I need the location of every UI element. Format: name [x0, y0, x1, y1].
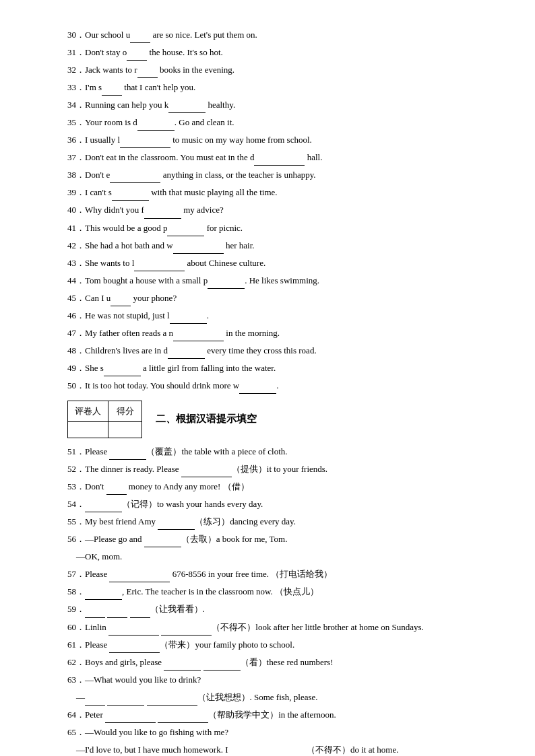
- item-59: 59． （让我看看）.: [67, 601, 481, 617]
- items-51-67: 51．Please （覆盖）the table with a piece of …: [67, 444, 481, 756]
- blank-63b[interactable]: [107, 696, 144, 706]
- item-47: 47．My father often reads a n in the morn…: [67, 325, 481, 341]
- item-58: 58．, Eric. The teacher is in the classro…: [67, 584, 481, 600]
- blank-45[interactable]: [111, 297, 131, 306]
- blank-34[interactable]: [168, 104, 206, 113]
- blank-42[interactable]: [173, 244, 224, 254]
- blank-57[interactable]: [109, 573, 170, 582]
- item-55: 55．My best friend Amy （练习）dancing every …: [67, 514, 481, 530]
- blank-56[interactable]: [144, 538, 181, 547]
- section2-header: 评卷人 得分 二、根据汉语提示填空: [67, 401, 481, 438]
- item-33-text: 33．I'm s that I can't help you.: [67, 82, 195, 92]
- blank-59a[interactable]: [85, 609, 105, 618]
- blank-62a[interactable]: [164, 661, 201, 671]
- blank-31[interactable]: [127, 51, 147, 61]
- item-30-text: 30．Our school u are so nice. Let's put t…: [67, 30, 257, 40]
- blank-59c[interactable]: [130, 609, 150, 618]
- blank-55[interactable]: [158, 520, 195, 530]
- blank-39[interactable]: [112, 191, 149, 201]
- score-table-col1: 评卷人: [68, 401, 108, 421]
- blank-62b[interactable]: [203, 661, 241, 671]
- item-65b: —I'd love to, but I have much homework. …: [67, 742, 481, 756]
- item-48-text: 48．Children's lives are in d every time …: [67, 345, 317, 355]
- item-63: 63．—What would you like to drink?: [67, 672, 481, 688]
- item-49-text: 49．She s a little girl from falling into…: [67, 363, 276, 373]
- item-46: 46．He was not stupid, just l.: [67, 308, 481, 324]
- item-36-text: 36．I usually l to music on my way home f…: [67, 135, 312, 145]
- blank-60b[interactable]: [161, 626, 212, 635]
- blank-35[interactable]: [137, 121, 175, 131]
- item-37: 37．Don't eat in the classroom. You must …: [67, 149, 481, 166]
- item-64: 64．Peter （帮助我学中文）in the afternoon.: [67, 707, 481, 723]
- blank-65a[interactable]: [230, 749, 268, 756]
- blank-53[interactable]: [106, 485, 127, 495]
- item-42-text: 42．She had a hot bath and w her hair.: [67, 240, 255, 250]
- item-50: 50．It is too hot today. You should drink…: [67, 378, 481, 394]
- item-51: 51．Please （覆盖）the table with a piece of …: [67, 444, 481, 460]
- item-41-text: 41．This would be a good p for picnic.: [67, 223, 243, 233]
- item-56b: —OK, mom.: [67, 549, 481, 565]
- blank-54[interactable]: [85, 503, 122, 512]
- blank-49[interactable]: [104, 367, 141, 376]
- blank-30[interactable]: [130, 34, 150, 43]
- item-46-text: 46．He was not stupid, just l.: [67, 310, 209, 320]
- blank-58[interactable]: [85, 590, 122, 600]
- item-38: 38．Don't e anything in class, or the tea…: [67, 167, 481, 183]
- blank-51[interactable]: [109, 450, 146, 460]
- score-table-col2: 得分: [108, 401, 142, 421]
- item-34-text: 34．Running can help you k healthy.: [67, 100, 235, 110]
- blank-50[interactable]: [239, 384, 276, 394]
- blank-36[interactable]: [120, 139, 170, 148]
- item-32-text: 32．Jack wants to r books in the evening.: [67, 65, 234, 75]
- item-62: 62．Boys and girls, please （看）these red n…: [67, 654, 481, 671]
- blank-64a[interactable]: [105, 714, 156, 723]
- blank-44[interactable]: [208, 279, 245, 289]
- item-31: 31．Don't stay o the house. It's so hot.: [67, 44, 481, 61]
- item-43: 43．She wants to l about Chinese culture.: [67, 255, 481, 271]
- item-31-text: 31．Don't stay o the house. It's so hot.: [67, 47, 223, 57]
- item-45-text: 45．Can I u your phone?: [67, 293, 177, 303]
- item-39-text: 39．I can't s with that music playing all…: [67, 187, 278, 197]
- score-table-cell2[interactable]: [108, 422, 142, 438]
- item-39: 39．I can't s with that music playing all…: [67, 184, 481, 201]
- blank-64b[interactable]: [158, 714, 208, 723]
- item-43-text: 43．She wants to l about Chinese culture.: [67, 258, 265, 268]
- item-33: 33．I'm s that I can't help you.: [67, 79, 481, 96]
- item-34: 34．Running can help you k healthy.: [67, 97, 481, 113]
- blank-32[interactable]: [137, 69, 158, 78]
- item-42: 42．She had a hot bath and w her hair.: [67, 238, 481, 254]
- blank-61[interactable]: [109, 644, 160, 653]
- blank-65b[interactable]: [270, 749, 307, 756]
- blank-46[interactable]: [170, 314, 207, 324]
- blank-48[interactable]: [168, 349, 205, 359]
- item-38-text: 38．Don't e anything in class, or the tea…: [67, 170, 316, 180]
- blank-60a[interactable]: [108, 626, 159, 635]
- blank-41[interactable]: [167, 227, 204, 236]
- item-41: 41．This would be a good p for picnic.: [67, 220, 481, 236]
- item-44: 44．Tom bought a house with a small p. He…: [67, 273, 481, 289]
- blank-63a[interactable]: [85, 696, 105, 706]
- blank-40[interactable]: [144, 209, 181, 219]
- item-57: 57．Please 676-8556 in your free time. （打…: [67, 566, 481, 582]
- item-60: 60．Linlin （不得不）look after her little bro…: [67, 619, 481, 635]
- blank-37[interactable]: [254, 156, 305, 166]
- blank-43[interactable]: [134, 262, 185, 271]
- score-table: 评卷人 得分: [67, 401, 142, 438]
- blank-33[interactable]: [102, 86, 122, 96]
- item-53: 53．Don't money to Andy any more! （借）: [67, 479, 481, 495]
- item-52: 52．The dinner is ready. Please （提供）it to…: [67, 461, 481, 477]
- item-40-text: 40．Why didn't you f my advice?: [67, 205, 224, 215]
- item-65: 65．—Would you like to go fishing with me…: [67, 724, 481, 741]
- exercise-section: 30．Our school u are so nice. Let's put t…: [67, 27, 481, 756]
- blank-38[interactable]: [110, 174, 160, 183]
- blank-47[interactable]: [173, 332, 224, 341]
- item-37-text: 37．Don't eat in the classroom. You must …: [67, 152, 322, 162]
- blank-52[interactable]: [181, 468, 232, 477]
- item-56: 56．—Please go and （去取）a book for me, Tom…: [67, 531, 481, 547]
- item-35-text: 35．Your room is d. Go and clean it.: [67, 117, 234, 127]
- blank-63c[interactable]: [147, 696, 197, 706]
- item-32: 32．Jack wants to r books in the evening.: [67, 62, 481, 78]
- item-63b: — （让我想想）. Some fish, please.: [67, 689, 481, 706]
- score-table-cell1[interactable]: [68, 422, 108, 438]
- blank-59b[interactable]: [107, 609, 127, 618]
